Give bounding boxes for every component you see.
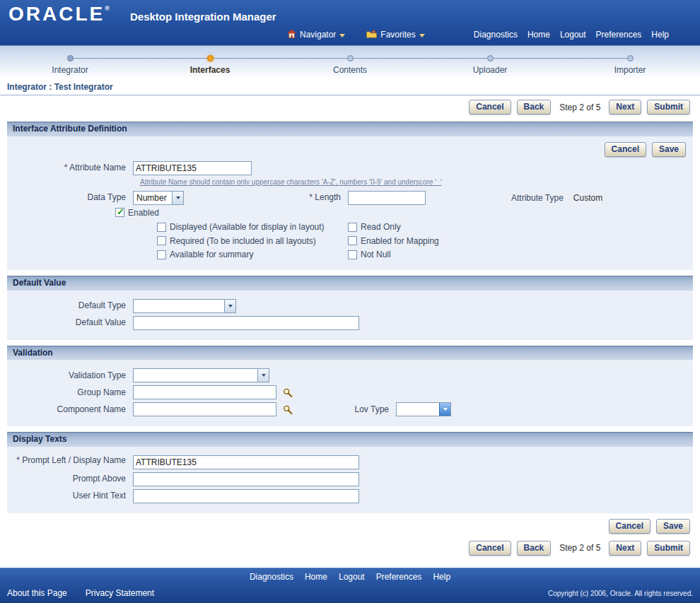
- display-section-actions: Cancel Save: [10, 519, 690, 534]
- attribute-name-input[interactable]: [133, 161, 252, 175]
- options-row: Available for summary Not Null: [157, 250, 686, 259]
- default-value-label: Default Value: [14, 317, 133, 328]
- next-button-bottom[interactable]: Next: [609, 541, 641, 556]
- step-dot-current-icon: [207, 55, 214, 62]
- default-type-selected-value: [134, 300, 224, 312]
- train-step-importer[interactable]: Importer: [560, 46, 700, 78]
- lov-type-selected-value: [397, 403, 439, 416]
- link-logout[interactable]: Logout: [560, 30, 586, 40]
- global-links: Diagnostics Home Logout Preferences Help: [474, 30, 669, 40]
- read-only-label: Read Only: [361, 222, 401, 232]
- link-help[interactable]: Help: [651, 30, 669, 40]
- read-only-checkbox[interactable]: [348, 223, 357, 232]
- house-icon: [287, 30, 296, 40]
- train-step-label[interactable]: Importer: [614, 65, 646, 75]
- train-step-uploader[interactable]: Uploader: [420, 46, 560, 78]
- data-type-select[interactable]: Number: [133, 191, 184, 205]
- footer-bottom: About this Page Privacy Statement Copyri…: [0, 588, 700, 598]
- favorites-label: Favorites: [380, 30, 415, 40]
- group-name-input[interactable]: [133, 385, 276, 399]
- section-title: Display Texts: [7, 432, 693, 446]
- submit-button-bottom[interactable]: Submit: [647, 541, 690, 556]
- component-name-label: Component Name: [14, 404, 133, 415]
- next-button-top[interactable]: Next: [609, 100, 641, 115]
- train-step-label[interactable]: Integrator: [52, 65, 88, 75]
- displayed-label: Displayed (Available for display in layo…: [170, 222, 325, 232]
- attribute-save-button[interactable]: Save: [652, 142, 686, 157]
- default-type-label: Default Type: [14, 300, 133, 311]
- length-label: * Length: [184, 192, 348, 203]
- footer-link-diagnostics[interactable]: Diagnostics: [250, 572, 293, 582]
- user-hint-text-input[interactable]: [133, 489, 359, 503]
- prompt-left-input[interactable]: [133, 455, 359, 469]
- dropdown-arrow-icon[interactable]: [257, 369, 269, 382]
- step-dot-icon: [347, 55, 354, 62]
- displayed-checkbox[interactable]: [157, 223, 166, 232]
- default-value-section: Default Value Default Type Default Value: [7, 276, 693, 339]
- lov-type-label: Lov Type: [293, 404, 396, 415]
- footer-link-home[interactable]: Home: [305, 572, 327, 582]
- lov-type-select[interactable]: [396, 402, 451, 416]
- component-name-search-icon[interactable]: [282, 404, 293, 415]
- header-menus: Navigator Favorites: [287, 30, 425, 40]
- enabled-label: Enabled: [128, 208, 159, 218]
- step-dot-icon: [627, 55, 634, 62]
- train-step-label[interactable]: Uploader: [473, 65, 508, 75]
- wizard-nav-top: Cancel Back Step 2 of 5 Next Submit: [0, 95, 700, 116]
- favorites-menu[interactable]: Favorites: [366, 30, 424, 40]
- app-title: Desktop Integration Manager: [130, 11, 276, 23]
- validation-type-select[interactable]: [133, 368, 269, 382]
- prompt-above-input[interactable]: [133, 472, 359, 486]
- cancel-button-top[interactable]: Cancel: [469, 100, 511, 115]
- cancel-button-bottom[interactable]: Cancel: [469, 541, 511, 556]
- back-button-top[interactable]: Back: [517, 100, 552, 115]
- navigator-menu[interactable]: Navigator: [287, 30, 345, 40]
- about-this-page-link[interactable]: About this Page: [7, 588, 67, 598]
- dropdown-arrow-icon[interactable]: [439, 403, 450, 416]
- submit-button-top[interactable]: Submit: [647, 100, 690, 115]
- link-preferences[interactable]: Preferences: [596, 30, 642, 40]
- prompt-above-label: Prompt Above: [14, 474, 133, 484]
- link-diagnostics[interactable]: Diagnostics: [474, 30, 518, 40]
- length-input[interactable]: [348, 191, 426, 205]
- display-texts-section: Display Texts * Prompt Left / Display Na…: [7, 432, 693, 513]
- attribute-cancel-button[interactable]: Cancel: [605, 142, 646, 157]
- default-value-input[interactable]: [133, 316, 359, 330]
- dropdown-arrow-icon[interactable]: [224, 300, 235, 312]
- required-checkbox[interactable]: [157, 236, 166, 245]
- train-step-integrator[interactable]: Integrator: [0, 46, 140, 78]
- required-label: Required (To be included in all layouts): [170, 236, 316, 246]
- step-indicator: Step 2 of 5: [559, 543, 600, 553]
- breadcrumb[interactable]: Integrator : Test Integrator: [7, 82, 113, 92]
- default-type-select[interactable]: [133, 299, 236, 313]
- component-name-input[interactable]: [133, 402, 276, 416]
- not-null-checkbox[interactable]: [348, 250, 357, 259]
- display-save-button[interactable]: Save: [656, 519, 690, 534]
- footer: Diagnostics Home Logout Preferences Help…: [0, 568, 700, 603]
- data-type-label: Data Type: [14, 192, 133, 203]
- navigator-label: Navigator: [300, 30, 336, 40]
- available-for-summary-checkbox[interactable]: [157, 250, 166, 259]
- header: ORACLE® Desktop Integration Manager Navi…: [0, 0, 700, 45]
- back-button-bottom[interactable]: Back: [517, 541, 552, 556]
- train-step-contents[interactable]: Contents: [280, 46, 420, 78]
- display-cancel-button[interactable]: Cancel: [609, 519, 651, 534]
- footer-link-logout[interactable]: Logout: [339, 572, 365, 582]
- footer-link-help[interactable]: Help: [433, 572, 450, 582]
- footer-link-preferences[interactable]: Preferences: [376, 572, 422, 582]
- link-home[interactable]: Home: [527, 30, 550, 40]
- section-title: Interface Attribute Definition: [7, 122, 693, 136]
- privacy-statement-link[interactable]: Privacy Statement: [86, 588, 154, 598]
- enabled-for-mapping-checkbox[interactable]: [348, 236, 357, 245]
- favorites-folder-icon: [366, 30, 377, 40]
- section-actions: Cancel Save: [14, 142, 686, 157]
- train-step-label[interactable]: Contents: [333, 65, 367, 75]
- validation-type-selected-value: [134, 369, 257, 382]
- options-row: Displayed (Available for display in layo…: [157, 222, 686, 232]
- group-name-search-icon[interactable]: [282, 387, 293, 398]
- oracle-logo: ORACLE®: [8, 2, 110, 26]
- attribute-type-value: Custom: [573, 193, 602, 203]
- enabled-checkbox[interactable]: [115, 208, 124, 217]
- copyright-text: Copyright (c) 2006, Oracle. All rights r…: [548, 590, 693, 598]
- dropdown-arrow-icon[interactable]: [172, 192, 183, 204]
